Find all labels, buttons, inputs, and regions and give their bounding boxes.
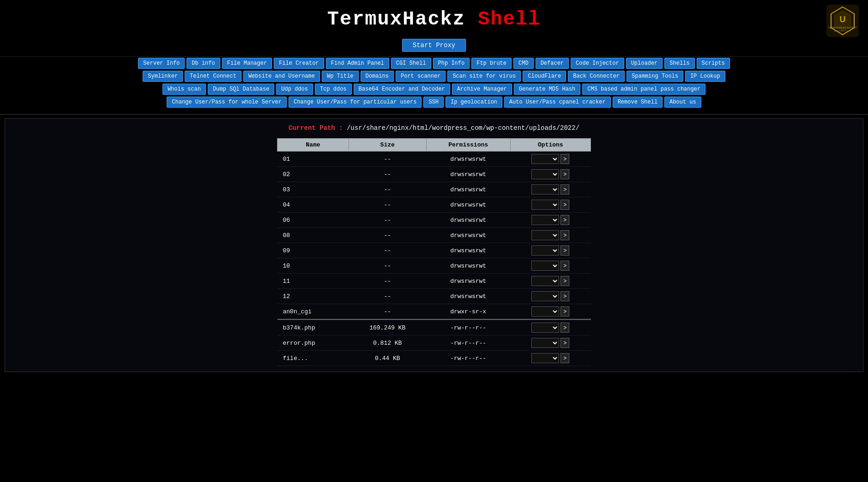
nav-btn-db-info[interactable]: Db info — [187, 58, 220, 69]
go-button[interactable]: > — [561, 200, 569, 210]
go-button[interactable]: > — [561, 291, 569, 301]
file-options[interactable]: OpenEditRenameDeleteDownloadCopyMove> — [510, 351, 591, 366]
file-size: -- — [349, 289, 426, 304]
nav-btn-back-connecter[interactable]: Back Connecter — [568, 71, 625, 82]
nav-btn-ip-lookup[interactable]: IP Lookup — [685, 71, 725, 82]
go-button[interactable]: > — [561, 184, 569, 195]
nav-btn-dump-sql-database[interactable]: Dump SQl Database — [208, 84, 274, 95]
file-options[interactable]: OpenEditRenameDeleteDownloadCopyMove> — [510, 258, 591, 274]
nav-btn-server-info[interactable]: Server Info — [138, 58, 185, 69]
options-select[interactable]: OpenEditRenameDeleteDownloadCopyMove — [531, 291, 559, 301]
nav-btn-scripts[interactable]: Scripts — [697, 58, 730, 69]
file-options[interactable]: OpenEditRenameDeleteDownloadCopyMove> — [510, 320, 591, 336]
nav-btn-tcp-ddos[interactable]: Tcp ddos — [315, 84, 352, 95]
file-size: -- — [349, 274, 426, 289]
nav-btn-defacer[interactable]: Defacer — [536, 58, 569, 69]
go-button[interactable]: > — [561, 306, 569, 317]
col-name: Name — [277, 139, 349, 152]
nav-btn-telnet-connect[interactable]: Telnet Connect — [185, 71, 241, 82]
file-size: -- — [349, 258, 426, 274]
go-button[interactable]: > — [561, 338, 569, 348]
go-button[interactable]: > — [561, 276, 569, 286]
nav-btn-find-admin-panel[interactable]: Find Admin Panel — [326, 58, 389, 69]
go-button[interactable]: > — [561, 245, 569, 256]
nav-btn-cloudflare[interactable]: CloudFlare — [523, 71, 566, 82]
nav-btn-cmd[interactable]: CMD — [513, 58, 534, 69]
go-button[interactable]: > — [561, 261, 569, 271]
table-row: 08--drwsrwsrwtOpenEditRenameDeleteDownlo… — [277, 228, 591, 243]
file-options[interactable]: OpenEditRenameDeleteDownloadCopyMove> — [510, 182, 591, 197]
nav-btn-file-creator[interactable]: File Creator — [274, 58, 324, 69]
file-size: 0.812 KB — [349, 336, 426, 351]
options-select[interactable]: OpenEditRenameDeleteDownloadCopyMove — [531, 276, 559, 286]
file-options[interactable]: OpenEditRenameDeleteDownloadCopyMove> — [510, 152, 591, 167]
options-select[interactable]: OpenEditRenameDeleteDownloadCopyMove — [531, 215, 559, 225]
current-path-value: /usr/share/nginx/html/wordpress_com/wp-c… — [347, 124, 579, 132]
options-select[interactable]: OpenEditRenameDeleteDownloadCopyMove — [531, 323, 559, 333]
options-select[interactable]: OpenEditRenameDeleteDownloadCopyMove — [531, 306, 559, 317]
nav-btn-whois-scan[interactable]: Whois scan — [163, 84, 206, 95]
table-row: an0n_cgi--drwxr-sr-xOpenEditRenameDelete… — [277, 304, 591, 320]
nav-btn-about-us[interactable]: About us — [664, 97, 701, 108]
nav-btn-shells[interactable]: Shells — [664, 58, 694, 69]
options-select[interactable]: OpenEditRenameDeleteDownloadCopyMove — [531, 169, 559, 179]
file-options[interactable]: OpenEditRenameDeleteDownloadCopyMove> — [510, 167, 591, 182]
nav-btn-symlinker[interactable]: Symlinker — [143, 71, 183, 82]
file-permissions: drwsrwsrwt — [426, 243, 510, 258]
file-name: 03 — [277, 182, 349, 197]
options-select[interactable]: OpenEditRenameDeleteDownloadCopyMove — [531, 245, 559, 256]
file-options[interactable]: OpenEditRenameDeleteDownloadCopyMove> — [510, 243, 591, 258]
table-row: 12--drwsrwsrwtOpenEditRenameDeleteDownlo… — [277, 289, 591, 304]
file-options[interactable]: OpenEditRenameDeleteDownloadCopyMove> — [510, 304, 591, 320]
nav-btn-website-and-username[interactable]: Website and Username — [243, 71, 320, 82]
nav-btn-code-injector[interactable]: Code Injector — [571, 58, 624, 69]
go-button[interactable]: > — [561, 154, 569, 164]
nav-btn-auto-userpass-cpanel-cracker[interactable]: Auto User/Pass cpanel cracker — [504, 97, 611, 108]
nav-btn-udp-ddos[interactable]: Udp ddos — [276, 84, 313, 95]
go-button[interactable]: > — [561, 215, 569, 225]
file-permissions: drwsrwsrwt — [426, 289, 510, 304]
nav-btn-cms-based-admin-panel-pass-changer[interactable]: CMS based admin panel pass changer — [582, 84, 705, 95]
file-options[interactable]: OpenEditRenameDeleteDownloadCopyMove> — [510, 274, 591, 289]
nav-btn-cgi-shell[interactable]: CGI Shell — [391, 58, 431, 69]
nav-btn-ssh[interactable]: SSH — [423, 97, 444, 108]
nav-btn-base64-encoder-and-decoder[interactable]: Base64 Encoder and Decoder — [354, 84, 450, 95]
options-select[interactable]: OpenEditRenameDeleteDownloadCopyMove — [531, 200, 559, 210]
nav-btn-uploader[interactable]: Uploader — [626, 58, 663, 69]
file-options[interactable]: OpenEditRenameDeleteDownloadCopyMove> — [510, 336, 591, 351]
file-options[interactable]: OpenEditRenameDeleteDownloadCopyMove> — [510, 213, 591, 228]
current-path-label: Current Path : — [289, 124, 343, 132]
file-options[interactable]: OpenEditRenameDeleteDownloadCopyMove> — [510, 228, 591, 243]
go-button[interactable]: > — [561, 323, 569, 333]
nav-btn-remove-shell[interactable]: Remove Shell — [613, 97, 663, 108]
go-button[interactable]: > — [561, 230, 569, 240]
file-name: 06 — [277, 213, 349, 228]
nav-btn-wp-title[interactable]: Wp Title — [322, 71, 359, 82]
nav-btn-file-manager[interactable]: File Manager — [222, 58, 272, 69]
file-options[interactable]: OpenEditRenameDeleteDownloadCopyMove> — [510, 289, 591, 304]
options-select[interactable]: OpenEditRenameDeleteDownloadCopyMove — [531, 261, 559, 271]
nav-btn-archive-manager[interactable]: Archive Manager — [452, 84, 512, 95]
nav-btn-domains[interactable]: Domains — [361, 71, 394, 82]
nav-btn-port-scanner[interactable]: Port scanner — [396, 71, 446, 82]
col-size: Size — [349, 139, 426, 152]
options-select[interactable]: OpenEditRenameDeleteDownloadCopyMove — [531, 338, 559, 348]
nav-btn-scan-site-for-virus[interactable]: Scan site for virus — [447, 71, 521, 82]
nav-btn-generate-md5-hash[interactable]: Generate MD5 Hash — [514, 84, 580, 95]
nav-btn-ip-geolocation[interactable]: Ip geolocation — [446, 97, 502, 108]
nav-btn-php-info[interactable]: Php Info — [433, 58, 470, 69]
go-button[interactable]: > — [561, 353, 569, 363]
nav-btn-change-userpass-for-particular-users[interactable]: Change User/Pass for particular users — [289, 97, 422, 108]
nav-btn-ftp-brute[interactable]: Ftp brute — [471, 58, 512, 69]
file-size: 169.249 KB — [349, 320, 426, 336]
nav-btn-change-userpass-for-whole-server[interactable]: Change User/Pass for whole Server — [167, 97, 287, 108]
start-proxy-button[interactable]: Start Proxy — [402, 39, 466, 52]
nav-btn-spamming-tools[interactable]: Spamming Tools — [627, 71, 683, 82]
options-select[interactable]: OpenEditRenameDeleteDownloadCopyMove — [531, 154, 559, 164]
go-button[interactable]: > — [561, 169, 569, 179]
options-select[interactable]: OpenEditRenameDeleteDownloadCopyMove — [531, 184, 559, 195]
options-select[interactable]: OpenEditRenameDeleteDownloadCopyMove — [531, 353, 559, 363]
file-size: -- — [349, 228, 426, 243]
options-select[interactable]: OpenEditRenameDeleteDownloadCopyMove — [531, 230, 559, 240]
file-options[interactable]: OpenEditRenameDeleteDownloadCopyMove> — [510, 197, 591, 213]
